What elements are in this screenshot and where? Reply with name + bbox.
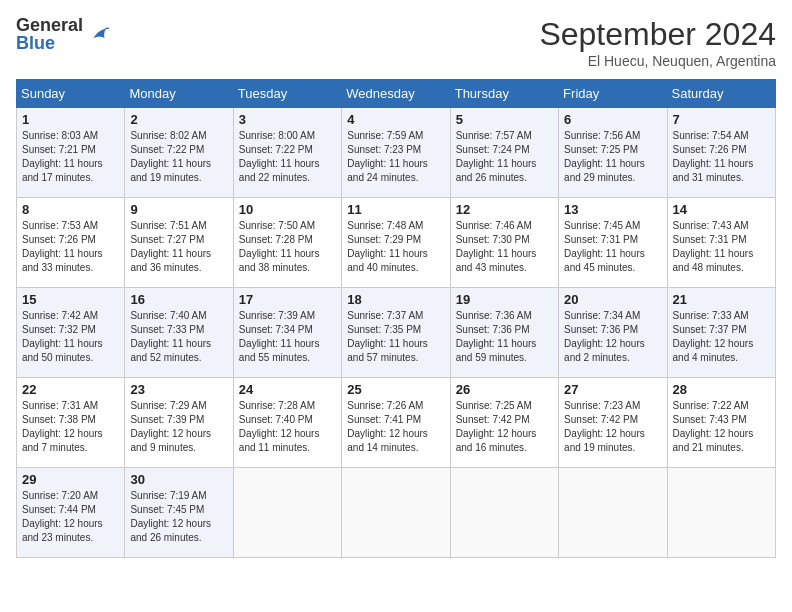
day-cell: 26Sunrise: 7:25 AM Sunset: 7:42 PM Dayli… (450, 378, 558, 468)
day-number: 27 (564, 382, 661, 397)
day-cell: 13Sunrise: 7:45 AM Sunset: 7:31 PM Dayli… (559, 198, 667, 288)
day-number: 30 (130, 472, 227, 487)
day-info: Sunrise: 7:59 AM Sunset: 7:23 PM Dayligh… (347, 129, 444, 185)
day-cell: 20Sunrise: 7:34 AM Sunset: 7:36 PM Dayli… (559, 288, 667, 378)
day-cell: 17Sunrise: 7:39 AM Sunset: 7:34 PM Dayli… (233, 288, 341, 378)
day-info: Sunrise: 7:20 AM Sunset: 7:44 PM Dayligh… (22, 489, 119, 545)
subtitle: El Huecu, Neuquen, Argentina (539, 53, 776, 69)
day-info: Sunrise: 7:48 AM Sunset: 7:29 PM Dayligh… (347, 219, 444, 275)
day-info: Sunrise: 7:40 AM Sunset: 7:33 PM Dayligh… (130, 309, 227, 365)
day-cell: 16Sunrise: 7:40 AM Sunset: 7:33 PM Dayli… (125, 288, 233, 378)
day-info: Sunrise: 7:25 AM Sunset: 7:42 PM Dayligh… (456, 399, 553, 455)
day-number: 11 (347, 202, 444, 217)
col-header-friday: Friday (559, 80, 667, 108)
title-area: September 2024 El Huecu, Neuquen, Argent… (539, 16, 776, 69)
logo: General Blue (16, 16, 111, 52)
day-number: 14 (673, 202, 770, 217)
logo-general: General (16, 16, 83, 34)
day-cell: 23Sunrise: 7:29 AM Sunset: 7:39 PM Dayli… (125, 378, 233, 468)
day-number: 5 (456, 112, 553, 127)
day-info: Sunrise: 7:28 AM Sunset: 7:40 PM Dayligh… (239, 399, 336, 455)
day-cell: 29Sunrise: 7:20 AM Sunset: 7:44 PM Dayli… (17, 468, 125, 558)
day-number: 8 (22, 202, 119, 217)
week-row-4: 22Sunrise: 7:31 AM Sunset: 7:38 PM Dayli… (17, 378, 776, 468)
day-number: 3 (239, 112, 336, 127)
day-number: 23 (130, 382, 227, 397)
day-cell: 3Sunrise: 8:00 AM Sunset: 7:22 PM Daylig… (233, 108, 341, 198)
day-info: Sunrise: 7:29 AM Sunset: 7:39 PM Dayligh… (130, 399, 227, 455)
day-number: 17 (239, 292, 336, 307)
week-row-3: 15Sunrise: 7:42 AM Sunset: 7:32 PM Dayli… (17, 288, 776, 378)
day-cell: 9Sunrise: 7:51 AM Sunset: 7:27 PM Daylig… (125, 198, 233, 288)
day-number: 22 (22, 382, 119, 397)
week-row-2: 8Sunrise: 7:53 AM Sunset: 7:26 PM Daylig… (17, 198, 776, 288)
day-cell (233, 468, 341, 558)
day-number: 13 (564, 202, 661, 217)
month-title: September 2024 (539, 16, 776, 53)
day-info: Sunrise: 7:57 AM Sunset: 7:24 PM Dayligh… (456, 129, 553, 185)
day-cell: 10Sunrise: 7:50 AM Sunset: 7:28 PM Dayli… (233, 198, 341, 288)
day-cell (559, 468, 667, 558)
day-number: 26 (456, 382, 553, 397)
day-info: Sunrise: 8:03 AM Sunset: 7:21 PM Dayligh… (22, 129, 119, 185)
day-cell: 4Sunrise: 7:59 AM Sunset: 7:23 PM Daylig… (342, 108, 450, 198)
day-number: 1 (22, 112, 119, 127)
day-cell (342, 468, 450, 558)
day-cell: 18Sunrise: 7:37 AM Sunset: 7:35 PM Dayli… (342, 288, 450, 378)
day-cell: 30Sunrise: 7:19 AM Sunset: 7:45 PM Dayli… (125, 468, 233, 558)
day-info: Sunrise: 7:37 AM Sunset: 7:35 PM Dayligh… (347, 309, 444, 365)
day-info: Sunrise: 7:42 AM Sunset: 7:32 PM Dayligh… (22, 309, 119, 365)
day-info: Sunrise: 7:33 AM Sunset: 7:37 PM Dayligh… (673, 309, 770, 365)
day-cell: 2Sunrise: 8:02 AM Sunset: 7:22 PM Daylig… (125, 108, 233, 198)
week-row-1: 1Sunrise: 8:03 AM Sunset: 7:21 PM Daylig… (17, 108, 776, 198)
logo-blue: Blue (16, 34, 83, 52)
logo-bird-icon (87, 22, 111, 46)
day-info: Sunrise: 7:23 AM Sunset: 7:42 PM Dayligh… (564, 399, 661, 455)
col-header-thursday: Thursday (450, 80, 558, 108)
day-info: Sunrise: 7:46 AM Sunset: 7:30 PM Dayligh… (456, 219, 553, 275)
day-cell: 11Sunrise: 7:48 AM Sunset: 7:29 PM Dayli… (342, 198, 450, 288)
col-header-sunday: Sunday (17, 80, 125, 108)
day-info: Sunrise: 7:51 AM Sunset: 7:27 PM Dayligh… (130, 219, 227, 275)
day-info: Sunrise: 7:26 AM Sunset: 7:41 PM Dayligh… (347, 399, 444, 455)
day-number: 20 (564, 292, 661, 307)
header: General Blue September 2024 El Huecu, Ne… (16, 16, 776, 69)
day-number: 21 (673, 292, 770, 307)
day-number: 16 (130, 292, 227, 307)
day-info: Sunrise: 7:45 AM Sunset: 7:31 PM Dayligh… (564, 219, 661, 275)
day-info: Sunrise: 7:36 AM Sunset: 7:36 PM Dayligh… (456, 309, 553, 365)
day-number: 4 (347, 112, 444, 127)
day-cell: 1Sunrise: 8:03 AM Sunset: 7:21 PM Daylig… (17, 108, 125, 198)
day-cell: 28Sunrise: 7:22 AM Sunset: 7:43 PM Dayli… (667, 378, 775, 468)
day-number: 6 (564, 112, 661, 127)
day-cell: 27Sunrise: 7:23 AM Sunset: 7:42 PM Dayli… (559, 378, 667, 468)
col-header-monday: Monday (125, 80, 233, 108)
day-cell (667, 468, 775, 558)
day-number: 25 (347, 382, 444, 397)
day-cell: 22Sunrise: 7:31 AM Sunset: 7:38 PM Dayli… (17, 378, 125, 468)
day-number: 15 (22, 292, 119, 307)
day-cell: 25Sunrise: 7:26 AM Sunset: 7:41 PM Dayli… (342, 378, 450, 468)
day-cell: 8Sunrise: 7:53 AM Sunset: 7:26 PM Daylig… (17, 198, 125, 288)
day-info: Sunrise: 7:53 AM Sunset: 7:26 PM Dayligh… (22, 219, 119, 275)
day-info: Sunrise: 7:43 AM Sunset: 7:31 PM Dayligh… (673, 219, 770, 275)
day-info: Sunrise: 7:54 AM Sunset: 7:26 PM Dayligh… (673, 129, 770, 185)
day-cell: 7Sunrise: 7:54 AM Sunset: 7:26 PM Daylig… (667, 108, 775, 198)
day-cell: 14Sunrise: 7:43 AM Sunset: 7:31 PM Dayli… (667, 198, 775, 288)
day-cell: 21Sunrise: 7:33 AM Sunset: 7:37 PM Dayli… (667, 288, 775, 378)
calendar-table: SundayMondayTuesdayWednesdayThursdayFrid… (16, 79, 776, 558)
day-cell: 12Sunrise: 7:46 AM Sunset: 7:30 PM Dayli… (450, 198, 558, 288)
day-number: 9 (130, 202, 227, 217)
day-number: 12 (456, 202, 553, 217)
day-number: 19 (456, 292, 553, 307)
day-cell (450, 468, 558, 558)
day-info: Sunrise: 8:02 AM Sunset: 7:22 PM Dayligh… (130, 129, 227, 185)
day-number: 10 (239, 202, 336, 217)
week-row-5: 29Sunrise: 7:20 AM Sunset: 7:44 PM Dayli… (17, 468, 776, 558)
day-info: Sunrise: 7:22 AM Sunset: 7:43 PM Dayligh… (673, 399, 770, 455)
day-number: 18 (347, 292, 444, 307)
col-header-saturday: Saturday (667, 80, 775, 108)
day-number: 7 (673, 112, 770, 127)
day-cell: 19Sunrise: 7:36 AM Sunset: 7:36 PM Dayli… (450, 288, 558, 378)
header-row: SundayMondayTuesdayWednesdayThursdayFrid… (17, 80, 776, 108)
